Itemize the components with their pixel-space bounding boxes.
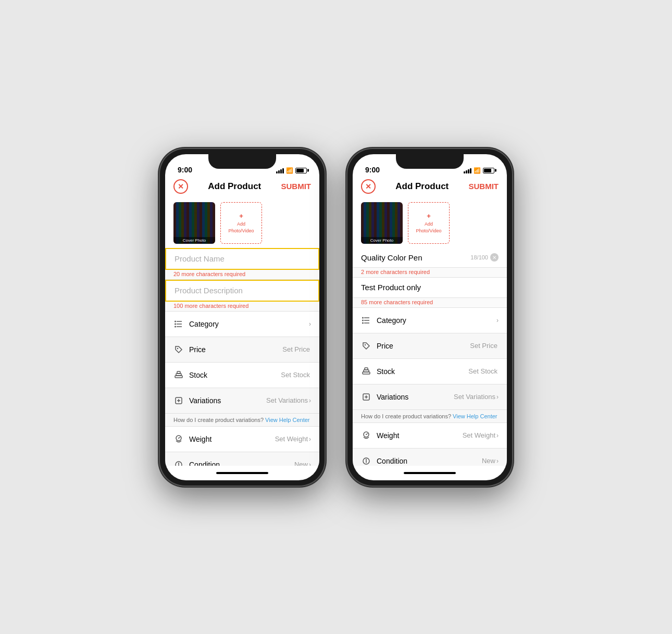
help-text-2: How do I create product variations? View…	[353, 410, 507, 423]
product-name-highlight-1: Product Name	[165, 248, 319, 270]
stock-icon-1	[173, 370, 184, 380]
price-value-2: Set Price	[470, 342, 497, 350]
cover-photo-1[interactable]: Cover Photo	[173, 202, 215, 244]
product-name-field-1[interactable]: Product Name	[166, 249, 318, 269]
stock-value-1: Set Stock	[281, 371, 310, 379]
submit-button-2[interactable]: SUBMIT	[469, 182, 499, 191]
help-link-1[interactable]: View Help Center	[265, 417, 309, 423]
help-link-2[interactable]: View Help Center	[453, 413, 497, 419]
variations-arrow-1: ›	[309, 397, 311, 404]
condition-arrow-1: ›	[309, 461, 311, 466]
form-scroll-2: Quality Color Pen 18/100 ✕ 2 more charac…	[353, 248, 507, 466]
category-label-1: Category	[189, 320, 309, 328]
wifi-icon-1: 📶	[286, 167, 293, 174]
nav-bar-1: ✕ Add Product SUBMIT	[165, 177, 319, 198]
condition-arrow-2: ›	[496, 457, 499, 465]
status-icons-2: 📶	[464, 167, 494, 174]
category-row-1[interactable]: Category ›	[165, 312, 319, 337]
category-arrow-2: ›	[496, 317, 499, 324]
product-name-value-2: Quality Color Pen	[361, 253, 422, 262]
price-row-1[interactable]: Price Set Price	[165, 337, 319, 363]
svg-rect-9	[177, 371, 180, 374]
clear-product-name-2[interactable]: ✕	[490, 253, 499, 262]
product-name-error-1: 20 more characters required	[165, 270, 319, 280]
price-label-2: Price	[377, 342, 470, 350]
svg-point-30	[362, 322, 364, 324]
variations-icon-2	[361, 392, 371, 402]
condition-label-2: Condition	[377, 457, 482, 465]
svg-point-31	[365, 344, 366, 345]
add-photo-button-2[interactable]: + AddPhoto/Video	[408, 202, 450, 244]
variations-label-1: Variations	[189, 396, 266, 405]
product-desc-field-2[interactable]: Test Product only	[353, 278, 507, 298]
svg-point-6	[177, 347, 178, 349]
weight-row-1[interactable]: Weight Set Weight ›	[165, 427, 319, 452]
help-text-1: How do I create product variations? View…	[165, 414, 319, 427]
stock-label-1: Stock	[189, 371, 281, 379]
category-label-2: Category	[377, 316, 496, 325]
price-icon-2	[361, 341, 371, 351]
variations-value-1: Set Variations	[266, 396, 308, 404]
close-icon-2: ✕	[365, 182, 371, 191]
close-button-1[interactable]: ✕	[173, 179, 188, 194]
help-text-label-2: How do I create product variations?	[361, 413, 451, 419]
help-text-label-1: How do I create product variations?	[173, 417, 264, 423]
weight-row-2[interactable]: Weight Set Weight ›	[353, 423, 507, 449]
variations-row-1[interactable]: Variations Set Variations ›	[165, 388, 319, 414]
product-name-field-2[interactable]: Quality Color Pen 18/100 ✕	[353, 248, 507, 268]
battery-icon-2	[483, 168, 494, 173]
nav-bar-2: ✕ Add Product SUBMIT	[353, 177, 507, 198]
home-indicator-1	[216, 472, 268, 474]
photo-section-2: Cover Photo + AddPhoto/Video	[353, 198, 507, 248]
svg-point-3	[175, 320, 176, 322]
price-row-2[interactable]: Price Set Price	[353, 333, 507, 359]
cover-photo-label-2: Cover Photo	[361, 237, 403, 244]
svg-point-40	[366, 434, 367, 435]
svg-rect-34	[365, 368, 368, 370]
weight-arrow-2: ›	[496, 432, 499, 439]
category-row-2[interactable]: Category ›	[353, 308, 507, 333]
notch-2	[396, 154, 464, 169]
weight-icon-1	[173, 434, 184, 444]
product-desc-error-2: 85 more characters required	[353, 298, 507, 308]
condition-value-1: New	[294, 461, 308, 466]
product-desc-highlight-1: Product Description	[165, 280, 319, 302]
page-title-1: Add Product	[208, 181, 261, 192]
close-button-2[interactable]: ✕	[361, 179, 376, 194]
condition-row-1[interactable]: Condition New ›	[165, 452, 319, 466]
variations-row-2[interactable]: Variations Set Variations ›	[353, 384, 507, 410]
submit-button-1[interactable]: SUBMIT	[281, 182, 312, 191]
condition-icon-1	[173, 459, 184, 466]
form-scroll-1: Product Name 20 more characters required…	[165, 248, 319, 466]
phone-1: 9:00 📶 ✕	[159, 148, 326, 487]
svg-point-4	[175, 323, 176, 325]
signal-icon-1	[276, 167, 284, 173]
notch	[208, 154, 276, 169]
price-label-1: Price	[189, 345, 282, 354]
phone-2: 9:00 📶 ✕	[346, 148, 513, 487]
weight-label-2: Weight	[377, 431, 463, 440]
product-name-charcount-2: 18/100	[470, 254, 488, 260]
product-desc-field-1[interactable]: Product Description	[166, 281, 318, 301]
bottom-bar-1	[165, 466, 319, 480]
weight-icon-2	[361, 430, 371, 441]
bottom-bar-2	[353, 466, 507, 480]
category-arrow-1: ›	[309, 320, 311, 328]
category-icon-2	[361, 315, 371, 326]
stock-row-1[interactable]: Stock Set Stock	[165, 363, 319, 388]
close-icon-1: ✕	[178, 182, 184, 191]
svg-point-28	[362, 317, 364, 318]
price-icon-1	[173, 344, 184, 355]
add-photo-button-1[interactable]: + AddPhoto/Video	[220, 202, 262, 244]
weight-label-1: Weight	[189, 435, 275, 443]
product-name-placeholder-1: Product Name	[175, 254, 225, 263]
svg-point-29	[362, 319, 364, 321]
cover-photo-label-1: Cover Photo	[173, 237, 215, 244]
cover-photo-2[interactable]: Cover Photo	[361, 202, 403, 244]
category-icon-1	[173, 319, 184, 329]
weight-arrow-1: ›	[309, 436, 311, 443]
stock-row-2[interactable]: Stock Set Stock	[353, 359, 507, 384]
variations-value-2: Set Variations	[454, 393, 495, 401]
condition-row-2[interactable]: Condition New ›	[353, 449, 507, 466]
signal-icon-2	[464, 167, 471, 173]
